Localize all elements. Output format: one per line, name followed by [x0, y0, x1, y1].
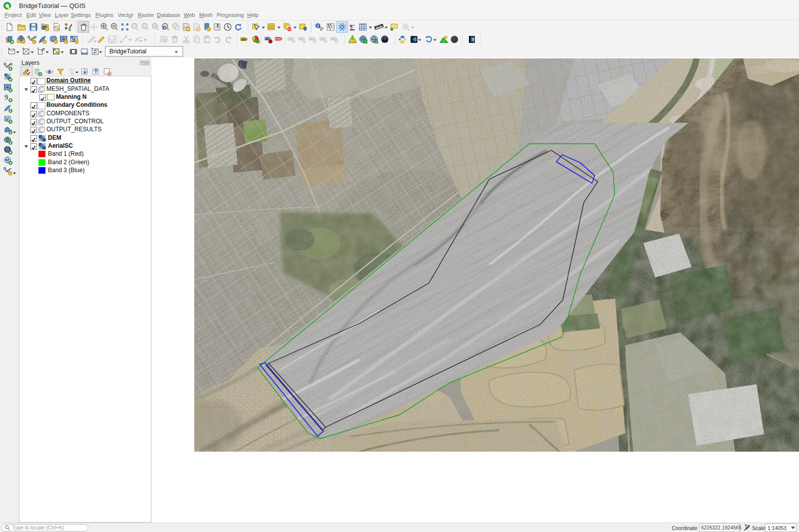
svg-text:abc: abc: [241, 37, 247, 41]
svg-text:Σ: Σ: [350, 23, 355, 32]
svg-text:abc: abc: [276, 37, 282, 40]
svg-text:1:1: 1:1: [153, 24, 157, 27]
svg-text:9: 9: [4, 93, 8, 101]
svg-text:ε: ε: [72, 72, 74, 75]
svg-text:?: ?: [472, 37, 474, 42]
svg-text:*: *: [187, 27, 189, 31]
svg-text:ab: ab: [266, 37, 270, 40]
svg-text:a: a: [68, 27, 71, 32]
svg-text:BridgeTutorial: BridgeTutorial: [109, 48, 146, 55]
